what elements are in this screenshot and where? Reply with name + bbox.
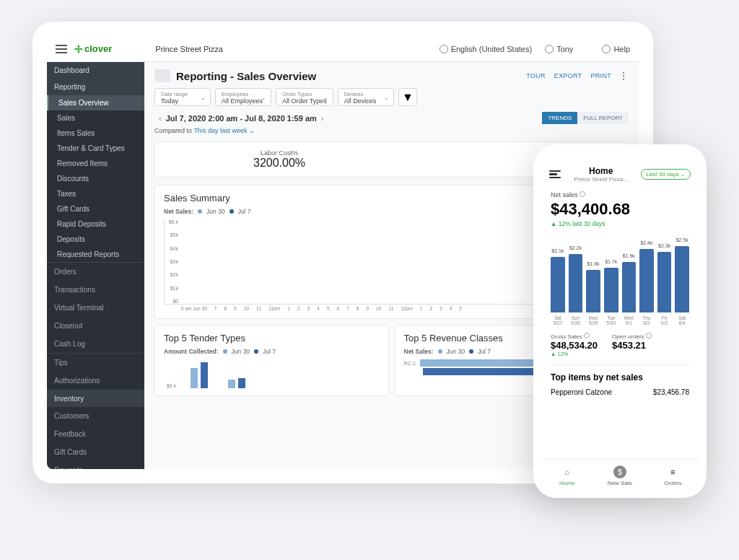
- user-menu[interactable]: Tony: [545, 45, 573, 53]
- topbar: ✢clover Prince Street Pizza English (Uni…: [47, 36, 639, 62]
- x-axis-labels: 6 am Jun 30789101112pm123456789101112pm1…: [164, 306, 557, 311]
- overflow-menu-icon[interactable]: ⋮: [618, 70, 629, 82]
- tender-mini-chart: $6.k: [164, 359, 380, 388]
- filter-devices[interactable]: DevicesAll Devices⌄: [338, 88, 394, 106]
- brand-text: clover: [84, 43, 112, 54]
- sidebar-item[interactable]: Discounts: [47, 171, 144, 186]
- phone-bar: $1.9k: [622, 262, 637, 312]
- stack-icon: ≡: [666, 465, 679, 478]
- phone-bar: $1.6k: [586, 270, 600, 312]
- sidebar-item[interactable]: Virtual Terminal: [47, 299, 144, 317]
- phone-screen: Home Prince Street Pizza... Last 30 days…: [541, 152, 699, 491]
- sidebar-item[interactable]: Tips: [47, 354, 144, 372]
- nav-orders[interactable]: ≡Orders: [647, 465, 699, 486]
- sidebar-item[interactable]: Sales Overview: [47, 95, 144, 110]
- sidebar-item[interactable]: Orders: [47, 263, 144, 281]
- sidebar-item[interactable]: Requested Reports: [47, 247, 144, 262]
- info-icon[interactable]: [584, 333, 590, 338]
- tender-title: Top 5 Tender Types: [164, 333, 380, 344]
- chevron-down-icon: ⌄: [681, 171, 686, 178]
- sidebar-item[interactable]: Rapid Deposits: [47, 216, 144, 232]
- net-sales-value: $43,400.68: [551, 200, 689, 219]
- filter-order-types[interactable]: Order TypesAll Order Types⌄: [276, 88, 333, 106]
- sidebar-item[interactable]: Taxes: [47, 186, 144, 201]
- summary-bar-chart: $6.k$5k$4k$3k$2k$1k$0: [164, 219, 557, 305]
- tender-types-card: Top 5 Tender Types Amount Collected: Jun…: [154, 325, 389, 396]
- sidebar-item[interactable]: Transactions: [47, 281, 144, 299]
- sidebar-item[interactable]: Gift Cards: [47, 201, 144, 216]
- sidebar-item[interactable]: Customers: [47, 407, 144, 425]
- filter-employees[interactable]: EmployeesAll Employees⌄: [215, 88, 271, 106]
- compared-link[interactable]: This day last week: [193, 127, 247, 134]
- chevron-down-icon: ⌄: [384, 94, 389, 100]
- home-icon: ⌂: [561, 465, 574, 478]
- sidebar-item[interactable]: Feedback: [47, 425, 144, 443]
- tour-button[interactable]: TOUR: [526, 72, 546, 79]
- chevron-down-icon: ⌄: [249, 127, 255, 134]
- sidebar-item[interactable]: Closeout: [47, 317, 144, 335]
- sidebar-section-inventory[interactable]: Inventory: [47, 390, 144, 407]
- sidebar-section-reporting[interactable]: Reporting: [47, 79, 144, 95]
- funnel-icon: ▼: [402, 91, 414, 104]
- stat-gross-sales: Gross Sales $48,534.20 ▲ 12%: [551, 333, 598, 357]
- merchant-name: Prince Street Pizza: [155, 45, 223, 53]
- sidebar-item[interactable]: Deposits: [47, 232, 144, 247]
- top-items-title: Top items by net sales: [551, 372, 689, 382]
- filter-row: Date rangeToday⌄ EmployeesAll Employees⌄…: [154, 88, 629, 106]
- tab-trends[interactable]: TRENDS: [542, 112, 577, 124]
- filter-advanced-button[interactable]: ▼: [398, 88, 417, 106]
- phone-frame: Home Prince Street Pizza... Last 30 days…: [533, 144, 707, 498]
- help-label: Help: [613, 45, 630, 53]
- compared-to: Compared to This day last week ⌄: [154, 127, 629, 134]
- sidebar-section-dashboard[interactable]: Dashboard: [47, 62, 144, 79]
- brand-logo[interactable]: ✢clover: [74, 43, 112, 55]
- phone-notch: [587, 152, 652, 163]
- filter-date-range[interactable]: Date rangeToday⌄: [154, 88, 211, 106]
- sidebar-item[interactable]: Sales: [47, 110, 144, 126]
- phone-bar: $1.7k: [604, 268, 618, 312]
- sidebar-item[interactable]: Rewards: [47, 461, 144, 469]
- info-icon[interactable]: [580, 191, 585, 197]
- phone-bar: $2.4k: [639, 249, 654, 312]
- sidebar-item[interactable]: Tender & Card Types: [47, 141, 144, 156]
- date-range-text: Jul 7, 2020 2:00 am - Jul 8, 2020 1:59 a…: [166, 114, 317, 123]
- phone-bar-chart: $2.1k$2.2k$1.6k$1.7k$1.9k$2.4k$2.3k$2.5k: [551, 233, 689, 312]
- phone-range-pill[interactable]: Last 30 days ⌄: [641, 169, 691, 180]
- language-label: English (United States): [451, 45, 533, 53]
- tab-full-report[interactable]: FULL REPORT: [577, 112, 629, 124]
- help-button[interactable]: Help: [602, 45, 630, 53]
- info-icon[interactable]: [646, 333, 652, 338]
- phone-bar: $2.2k: [569, 254, 583, 312]
- nav-new-sale[interactable]: $New Sale: [593, 465, 646, 486]
- help-icon: [602, 45, 611, 53]
- sidebar-item[interactable]: Removed Items: [47, 156, 144, 171]
- sidebar-item[interactable]: Authorizations: [47, 372, 144, 390]
- nav-home[interactable]: ⌂Home: [541, 465, 593, 486]
- phone-title: Home: [561, 166, 641, 176]
- sidebar-item[interactable]: Cash Log: [47, 335, 144, 353]
- export-button[interactable]: EXPORT: [554, 72, 582, 79]
- menu-icon[interactable]: [56, 45, 67, 53]
- top-item-row[interactable]: Pepperoni Calzone $23,456.78: [551, 388, 689, 396]
- phone-bar: $2.5k: [675, 246, 689, 312]
- date-next-button[interactable]: ›: [317, 114, 328, 123]
- date-navigator: ‹ Jul 7, 2020 2:00 am - Jul 8, 2020 1:59…: [154, 112, 629, 124]
- phone-bar: $2.1k: [551, 257, 565, 312]
- clover-icon: ✢: [74, 43, 83, 55]
- date-prev-button[interactable]: ‹: [154, 114, 166, 123]
- phone-menu-icon[interactable]: [549, 169, 561, 180]
- phone-x-labels: Sat5/27Sun5/28Mon5/29Tue5/30Wed6/1Thu6/2…: [551, 315, 689, 325]
- sidebar-item[interactable]: Items Sales: [47, 126, 144, 141]
- sidebar-item[interactable]: Gift Cards: [47, 443, 144, 461]
- summary-legend: Net Sales: Jun 30 Jul 7: [164, 208, 557, 215]
- net-sales-delta: ▲ 12% last 30 days: [551, 220, 689, 227]
- phone-subtitle: Prince Street Pizza...: [561, 176, 641, 183]
- dollar-icon: $: [613, 465, 626, 478]
- sidebar: Dashboard Reporting Sales OverviewSalesI…: [47, 62, 144, 469]
- chevron-down-icon: ⌄: [201, 94, 206, 100]
- net-sales-label: Net sales: [551, 191, 689, 198]
- print-button[interactable]: PRINT: [591, 72, 612, 79]
- user-label: Tony: [556, 45, 573, 53]
- language-switch[interactable]: English (United States): [440, 45, 533, 53]
- stat-open-orders: Open orders $453.21: [612, 333, 652, 357]
